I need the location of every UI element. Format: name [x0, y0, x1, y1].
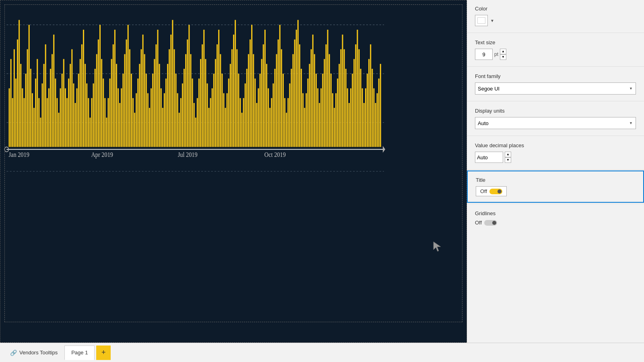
svg-rect-195 — [322, 74, 323, 147]
svg-rect-131 — [217, 44, 218, 147]
svg-rect-107 — [177, 93, 178, 147]
svg-rect-206 — [340, 49, 341, 147]
svg-rect-166 — [274, 69, 275, 147]
tab-add-icon: + — [101, 348, 106, 357]
svg-rect-15 — [25, 74, 26, 147]
text-size-spinner: ▲ ▼ — [500, 49, 506, 60]
svg-rect-178 — [294, 39, 295, 147]
tab-add-button[interactable]: + — [96, 346, 111, 360]
svg-rect-123 — [203, 30, 204, 147]
text-size-input[interactable] — [475, 49, 493, 60]
color-picker-button[interactable] — [475, 15, 488, 26]
tab-vendors-tooltips[interactable]: 🔗 Vendors Tooltips — [3, 346, 64, 360]
display-units-select[interactable]: Auto None Thousands Millions Billions Tr… — [475, 117, 636, 129]
text-size-up[interactable]: ▲ — [500, 49, 506, 54]
svg-rect-167 — [276, 54, 277, 147]
svg-rect-140 — [231, 49, 233, 147]
svg-rect-54 — [89, 117, 91, 147]
svg-rect-221 — [365, 88, 366, 147]
decimal-up[interactable]: ▲ — [505, 152, 511, 157]
decimal-down[interactable]: ▼ — [505, 157, 511, 163]
svg-rect-142 — [235, 20, 236, 147]
svg-rect-223 — [368, 59, 369, 147]
color-section: Color ▼ — [467, 0, 644, 32]
svg-rect-121 — [200, 59, 201, 147]
svg-rect-89 — [147, 93, 149, 147]
svg-rect-98 — [162, 108, 163, 147]
decimal-input[interactable] — [475, 152, 503, 163]
svg-rect-156 — [258, 88, 259, 147]
gridlines-toggle-off-label: Off — [475, 220, 482, 226]
svg-rect-126 — [208, 108, 209, 147]
svg-rect-230 — [380, 64, 381, 147]
svg-text:Oct 2019: Oct 2019 — [264, 150, 286, 158]
text-size-down[interactable]: ▼ — [500, 54, 506, 60]
svg-rect-46 — [76, 88, 78, 147]
svg-rect-13 — [22, 88, 23, 147]
svg-rect-217 — [359, 49, 360, 147]
svg-rect-76 — [126, 39, 127, 147]
svg-rect-72 — [119, 103, 120, 147]
svg-rect-67 — [111, 59, 112, 147]
svg-rect-220 — [363, 103, 365, 147]
svg-rect-193 — [319, 103, 320, 147]
svg-rect-85 — [140, 49, 142, 147]
svg-rect-29 — [48, 88, 50, 147]
tab-vendors-icon: 🔗 — [10, 350, 17, 356]
svg-rect-5 — [8, 88, 10, 147]
svg-rect-201 — [332, 93, 333, 147]
color-dropdown-arrow: ▼ — [490, 19, 494, 23]
svg-rect-118 — [195, 117, 196, 147]
svg-rect-17 — [29, 25, 30, 147]
value-decimal-row: ▲ ▼ — [475, 152, 636, 163]
svg-rect-59 — [98, 39, 99, 147]
tab-page1-label: Page 1 — [71, 350, 88, 356]
svg-rect-60 — [99, 25, 101, 147]
svg-rect-112 — [185, 54, 186, 147]
svg-rect-189 — [312, 35, 314, 147]
svg-rect-68 — [113, 44, 114, 147]
svg-rect-203 — [335, 93, 336, 147]
svg-rect-86 — [142, 35, 144, 147]
svg-rect-102 — [169, 49, 170, 147]
svg-rect-137 — [227, 93, 228, 147]
svg-rect-190 — [314, 54, 315, 147]
svg-rect-148 — [245, 83, 246, 147]
svg-rect-172 — [284, 98, 285, 147]
svg-rect-168 — [278, 39, 279, 147]
svg-rect-180 — [297, 20, 299, 147]
svg-rect-127 — [210, 98, 211, 147]
svg-rect-88 — [146, 74, 147, 147]
svg-rect-65 — [107, 98, 109, 147]
svg-rect-182 — [301, 69, 302, 147]
title-toggle-button[interactable]: Off — [476, 186, 507, 196]
svg-rect-153 — [253, 54, 254, 147]
svg-rect-143 — [236, 49, 237, 147]
svg-rect-212 — [350, 88, 351, 147]
svg-rect-82 — [136, 93, 137, 147]
svg-rect-164 — [271, 98, 272, 147]
svg-rect-39 — [65, 88, 66, 147]
tab-page1[interactable]: Page 1 — [64, 346, 95, 360]
svg-rect-173 — [286, 113, 287, 147]
font-family-section: Font family Segoe UI Arial Calibri — [467, 68, 644, 100]
gridlines-toggle-track[interactable] — [484, 220, 497, 226]
font-family-select[interactable]: Segoe UI Arial Calibri — [475, 82, 636, 95]
svg-rect-21 — [35, 78, 36, 147]
svg-rect-210 — [347, 88, 348, 147]
separator-5 — [467, 169, 644, 170]
svg-rect-35 — [58, 113, 59, 147]
svg-rect-14 — [23, 98, 25, 147]
chart-svg: Jan 2019 Apr 2019 Jul 2019 Oct 2019 — [0, 0, 466, 342]
color-swatch — [477, 17, 485, 24]
svg-rect-25 — [41, 83, 43, 147]
font-family-wrapper: Segoe UI Arial Calibri — [475, 82, 636, 95]
svg-rect-213 — [352, 74, 353, 147]
svg-rect-32 — [53, 35, 54, 147]
svg-rect-205 — [339, 64, 340, 147]
svg-rect-16 — [27, 49, 28, 147]
svg-rect-130 — [215, 59, 216, 147]
svg-rect-41 — [68, 78, 69, 147]
svg-rect-63 — [104, 98, 105, 147]
svg-rect-43 — [71, 49, 72, 147]
